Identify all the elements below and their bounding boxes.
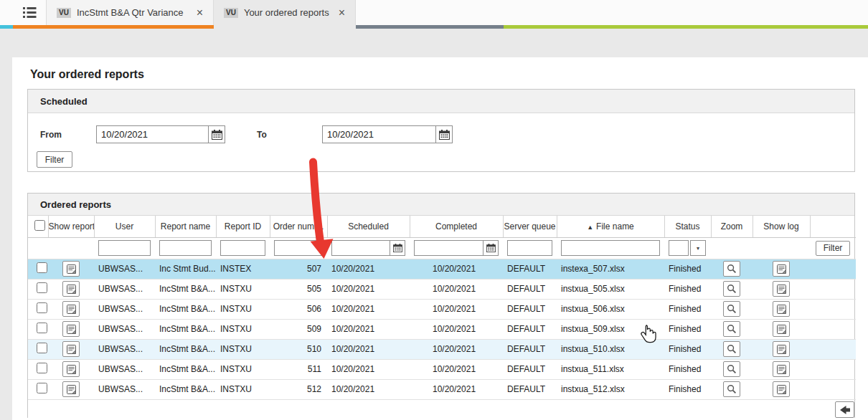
row-checkbox[interactable] (37, 383, 47, 393)
column-header-show-report[interactable]: Show report (48, 216, 94, 237)
user-cell: UBWSAS... (94, 359, 155, 379)
scheduled-cell: 10/20/2021 (327, 259, 410, 279)
to-calendar-button[interactable] (435, 126, 452, 143)
table-row[interactable]: UBWSAS... IncStmt B&A... INSTXU 509 10/2… (28, 319, 856, 339)
row-checkbox[interactable] (37, 302, 47, 313)
table-row[interactable]: UBWSAS... Inc Stmt Bud... INSTEX 507 10/… (28, 259, 856, 279)
row-checkbox[interactable] (37, 363, 47, 373)
column-header-zoom[interactable]: Zoom (711, 216, 753, 237)
column-header-show-log[interactable]: Show log (753, 216, 810, 237)
zoom-button[interactable] (723, 281, 740, 297)
show-log-button[interactable] (773, 301, 790, 317)
from-date-input[interactable] (97, 126, 208, 143)
file-name-link[interactable]: instxua_512.xlsx (557, 379, 664, 399)
zoom-button[interactable] (723, 381, 740, 397)
tab-bar: VU IncStmt B&A Qtr Variance × VU Your or… (0, 0, 868, 25)
filter-completed-calendar-button[interactable] (483, 241, 498, 255)
column-header-report-id[interactable]: Report ID (216, 216, 270, 237)
filter-user-input[interactable] (98, 240, 151, 256)
magnifier-icon (727, 384, 737, 394)
tab-label: Your ordered reports (244, 7, 331, 18)
show-report-button[interactable] (62, 301, 80, 317)
zoom-button[interactable] (723, 321, 740, 337)
magnifier-icon (727, 304, 737, 314)
document-icon (66, 304, 77, 315)
show-report-button[interactable] (62, 261, 80, 277)
show-report-button[interactable] (62, 321, 80, 337)
status-dropdown-button[interactable]: ▾ (690, 240, 706, 256)
show-log-button[interactable] (773, 281, 790, 297)
file-name-link[interactable]: instxua_510.xlsx (557, 339, 664, 359)
column-header-file-name[interactable]: ▲File name (557, 216, 664, 237)
column-header-status[interactable]: Status (664, 216, 711, 237)
completed-cell: 10/20/2021 (410, 379, 503, 399)
filter-status-input[interactable] (669, 240, 689, 256)
completed-cell: 10/20/2021 (410, 279, 503, 299)
table-row[interactable]: UBWSAS... IncStmt B&A... INSTXU 505 10/2… (28, 279, 856, 299)
column-header-report-name[interactable]: Report name (155, 216, 216, 237)
close-icon[interactable]: × (197, 8, 203, 18)
filter-server-queue-input[interactable] (507, 240, 552, 256)
show-report-button[interactable] (62, 281, 80, 297)
file-name-link[interactable]: instexa_507.xlsx (557, 259, 664, 279)
row-checkbox[interactable] (37, 282, 47, 293)
show-log-button[interactable] (773, 381, 790, 397)
completed-cell: 10/20/2021 (410, 359, 503, 379)
file-name-link[interactable]: instxua_506.xlsx (557, 299, 664, 319)
table-filter-button[interactable]: Filter (816, 241, 850, 256)
zoom-button[interactable] (723, 341, 740, 357)
magnifier-icon (727, 264, 737, 274)
file-name-link[interactable]: instxua_511.xlsx (557, 359, 664, 379)
column-header-server-queue[interactable]: Server queue (503, 216, 557, 237)
column-header-scheduled[interactable]: Scheduled (327, 216, 410, 237)
zoom-button[interactable] (723, 261, 740, 277)
from-calendar-button[interactable] (208, 126, 225, 143)
column-header-user[interactable]: User (94, 216, 155, 237)
column-header-completed[interactable]: Completed (410, 216, 503, 237)
from-label: From (40, 130, 62, 140)
scheduled-cell: 10/20/2021 (327, 319, 410, 339)
file-name-link[interactable]: instxua_509.xlsx (557, 319, 664, 339)
table-row[interactable]: UBWSAS... IncStmt B&A... INSTXU 512 10/2… (28, 379, 856, 399)
show-log-button[interactable] (773, 361, 790, 377)
filter-scheduled-calendar-button[interactable] (390, 241, 405, 255)
user-cell: UBWSAS... (94, 339, 155, 359)
table-row[interactable]: UBWSAS... IncStmt B&A... INSTXU 506 10/2… (28, 299, 856, 319)
row-checkbox[interactable] (37, 323, 47, 333)
table-row[interactable]: UBWSAS... IncStmt B&A... INSTXU 510 10/2… (28, 339, 856, 359)
table-row[interactable]: UBWSAS... IncStmt B&A... INSTXU 511 10/2… (28, 359, 856, 379)
report-id-cell: INSTXU (216, 359, 270, 379)
show-report-button[interactable] (62, 361, 80, 377)
return-button[interactable] (835, 401, 854, 418)
close-icon[interactable]: × (339, 8, 345, 18)
report-name-cell: IncStmt B&A... (155, 339, 216, 359)
order-number-cell: 509 (270, 319, 327, 339)
scheduled-filter-button[interactable]: Filter (37, 151, 72, 168)
filter-report-name-input[interactable] (159, 240, 212, 256)
show-log-button[interactable] (773, 321, 790, 337)
row-checkbox[interactable] (37, 262, 47, 273)
select-all-checkbox[interactable] (34, 220, 45, 231)
show-report-button[interactable] (62, 381, 80, 397)
show-report-button[interactable] (62, 341, 80, 357)
scheduled-cell: 10/20/2021 (327, 339, 410, 359)
zoom-button[interactable] (723, 301, 740, 317)
filter-report-id-input[interactable] (220, 240, 265, 256)
show-log-button[interactable] (773, 341, 790, 357)
filter-file-name-input[interactable] (561, 240, 660, 256)
menu-button[interactable] (13, 0, 46, 25)
document-icon (776, 344, 787, 355)
filter-completed-input[interactable] (415, 241, 483, 255)
return-arrow-icon (839, 405, 851, 415)
zoom-button[interactable] (723, 361, 740, 377)
filter-order-number-input[interactable] (274, 240, 323, 256)
tab-incstmt-variance[interactable]: VU IncStmt B&A Qtr Variance × (46, 0, 214, 25)
row-checkbox[interactable] (37, 343, 47, 353)
to-date-input[interactable] (323, 126, 435, 143)
tab-your-ordered-reports[interactable]: VU Your ordered reports × (214, 0, 356, 25)
filter-scheduled-input[interactable] (332, 241, 390, 255)
show-log-button[interactable] (773, 261, 790, 277)
column-header-order-number[interactable]: Order numb.. (270, 216, 327, 237)
file-name-link[interactable]: instxua_505.xlsx (557, 279, 664, 299)
order-number-cell: 506 (270, 299, 327, 319)
